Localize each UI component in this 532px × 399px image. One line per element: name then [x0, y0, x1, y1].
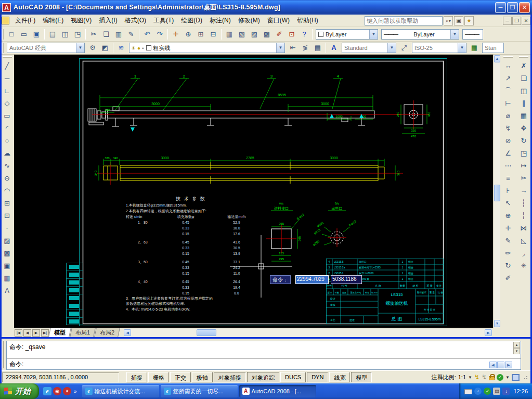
mdi-minimize-button[interactable]: ─: [503, 17, 512, 25]
dim-arc-length-icon[interactable]: ⌒: [502, 85, 514, 97]
designcenter-icon[interactable]: ▧: [236, 29, 248, 40]
dynamic-input-y-field[interactable]: 5038.1186: [331, 275, 362, 284]
scroll-right-icon[interactable]: ▶: [485, 329, 492, 336]
menu-工具[interactable]: 工具(T): [150, 15, 177, 27]
taskbar-task[interactable]: e您所需要的一切尽...: [161, 385, 238, 397]
linetype-control-dropdown[interactable]: ——— ByLayer ▼: [381, 29, 459, 40]
menu-帮助[interactable]: 帮助(H): [293, 15, 322, 27]
text-style-dropdown[interactable]: Standard ▼: [342, 43, 396, 53]
scroll-down-icon[interactable]: ▼: [494, 320, 500, 327]
dim-style-icon[interactable]: ⤢: [398, 42, 410, 54]
color-control-dropdown[interactable]: ByLayer ▼: [316, 29, 378, 40]
annotation-visibility-icon[interactable]: ↯: [474, 374, 479, 381]
qnew-icon[interactable]: □: [6, 29, 17, 40]
extend-icon[interactable]: →: [518, 185, 529, 197]
table-style-dropdown[interactable]: Stan: [482, 43, 504, 53]
erase-icon[interactable]: ✗: [518, 60, 529, 72]
undo-icon[interactable]: ↶: [141, 29, 153, 40]
chevron-down-icon[interactable]: ▼: [387, 43, 396, 53]
table-style-icon[interactable]: ▦: [469, 42, 480, 54]
hatch-icon[interactable]: ▨: [2, 235, 13, 247]
copy-icon[interactable]: ❏: [518, 73, 529, 84]
cmd-scroll-up-icon[interactable]: ▲: [513, 342, 520, 348]
polygon-icon[interactable]: ◇: [2, 98, 13, 109]
toolbar-grip[interactable]: [519, 56, 528, 58]
quicklaunch-app1-icon[interactable]: ◉: [53, 387, 61, 395]
tab-prev-icon[interactable]: ◀: [23, 329, 31, 337]
explode-icon[interactable]: ✳: [518, 260, 529, 272]
canvas-horizontal-scrollbar[interactable]: ◀ ▶: [124, 329, 492, 337]
layer-freeze-icon[interactable]: ●: [137, 45, 140, 51]
layer-states-icon[interactable]: ≶: [300, 42, 311, 54]
offset-icon[interactable]: ∥: [518, 98, 529, 109]
tab-模型[interactable]: 模型: [48, 328, 71, 337]
keyboard-tray-icon[interactable]: [464, 389, 472, 394]
zoom-window-icon[interactable]: ⊞: [195, 29, 206, 40]
taskbar-task[interactable]: e输送机械设计交流...: [82, 385, 159, 397]
ellipse-arc-icon[interactable]: ◠: [2, 185, 13, 197]
text-style-icon[interactable]: A: [328, 42, 340, 54]
update-tray-icon[interactable]: ↓: [502, 388, 510, 395]
tab-布局2[interactable]: 布局2: [94, 328, 120, 337]
rectangle-icon[interactable]: ▭: [2, 110, 13, 122]
array-icon[interactable]: ▦: [518, 110, 529, 122]
open-icon[interactable]: ▭: [18, 29, 30, 40]
insert-block-icon[interactable]: ⊞: [2, 198, 13, 209]
markup-icon[interactable]: ✐: [274, 29, 285, 40]
horizontal-scroll-thumb[interactable]: [197, 329, 216, 336]
construction-line-icon[interactable]: ─: [2, 73, 13, 84]
dim-angular-icon[interactable]: ∠: [502, 148, 514, 159]
rotate-icon[interactable]: ↻: [518, 135, 529, 147]
toggle-正交[interactable]: 正交: [170, 372, 191, 382]
cut-icon[interactable]: ✂: [88, 29, 99, 40]
zoom-previous-icon[interactable]: ⊟: [207, 29, 219, 40]
mirror-icon[interactable]: ◫: [518, 85, 529, 97]
tab-next-icon[interactable]: ▶: [32, 329, 40, 337]
join-icon[interactable]: ⋈: [518, 223, 529, 234]
dim-radius-icon[interactable]: ⌀: [502, 110, 514, 122]
chamfer-icon[interactable]: ◺: [518, 235, 529, 247]
taskbar-task[interactable]: AAutoCAD 2008 - [...: [239, 385, 316, 397]
toggle-栅格[interactable]: 栅格: [148, 372, 169, 382]
point-icon[interactable]: ∙: [2, 223, 13, 234]
ie-quicklaunch-icon[interactable]: e: [43, 387, 51, 395]
canvas-vertical-scrollbar[interactable]: ▲ ▼: [493, 55, 500, 328]
printer-tray-icon[interactable]: ▤: [493, 388, 500, 395]
restore-button[interactable]: ❐: [507, 2, 518, 13]
revision-cloud-icon[interactable]: ☁: [2, 148, 13, 159]
gradient-icon[interactable]: ▩: [2, 248, 13, 259]
dim-aligned-icon[interactable]: ↗: [502, 73, 514, 84]
quick-leader-icon[interactable]: ↖: [502, 198, 514, 209]
cmd-scroll-down-icon[interactable]: ▼: [513, 348, 520, 354]
menu-编辑[interactable]: 编辑(E): [39, 15, 67, 27]
toolbar-grip[interactable]: [3, 56, 12, 58]
search-icon[interactable]: ⌕▾: [444, 16, 453, 25]
copy-clip-icon[interactable]: ❏: [100, 29, 112, 40]
annotation-scale-value[interactable]: 1:1: [458, 374, 466, 380]
command-text-area[interactable]: 命令: _qsave 命令: ◀ ▶ ▲ ▼: [6, 341, 521, 370]
hide-icons-chevron-icon[interactable]: ‹: [474, 388, 482, 395]
move-icon[interactable]: ✥: [518, 123, 529, 134]
polyline-icon[interactable]: ∟: [2, 85, 13, 97]
annotation-auto-icon[interactable]: ↯: [482, 374, 487, 381]
toggle-极轴[interactable]: 极轴: [192, 372, 213, 382]
toolbar-grip[interactable]: [2, 43, 4, 53]
drawing-canvas[interactable]: 8595 3000 3000 380 1000 500 1 2 3: [14, 55, 493, 328]
toggle-DUCS[interactable]: DUCS: [280, 372, 306, 382]
dim-diameter-icon[interactable]: ⊘: [502, 135, 514, 147]
coordinate-readout[interactable]: 22994.7029, 5038.1186 , 0.0000: [2, 372, 119, 382]
dim-text-edit-icon[interactable]: ✏: [502, 248, 514, 259]
layer-properties-icon[interactable]: ≋: [115, 42, 127, 54]
dim-linear-icon[interactable]: ↔: [502, 60, 514, 72]
trim-icon[interactable]: ✂: [518, 173, 529, 184]
start-button[interactable]: 开始: [0, 383, 39, 399]
scroll-left-icon[interactable]: ◀: [124, 329, 131, 336]
toggle-对象捕捉[interactable]: 对象捕捉: [214, 372, 246, 382]
redo-icon[interactable]: ↷: [154, 29, 165, 40]
toggle-模型[interactable]: 模型: [351, 372, 372, 382]
dim-jogged-icon[interactable]: ↯: [502, 123, 514, 134]
chevron-down-icon[interactable]: ▼: [450, 30, 459, 39]
cmd-scroll-thumb[interactable]: [497, 362, 504, 368]
dim-update-icon[interactable]: ↻: [502, 260, 514, 272]
layer-lock-icon[interactable]: ▪: [142, 45, 144, 51]
